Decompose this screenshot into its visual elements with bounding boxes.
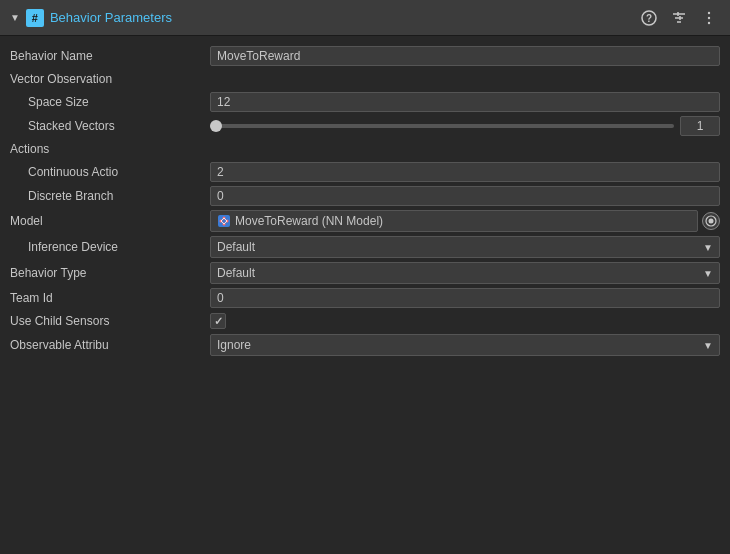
- behavior-name-row: Behavior Name: [0, 44, 730, 68]
- discrete-branches-input[interactable]: [210, 186, 720, 206]
- use-child-sensors-checkbox[interactable]: ✓: [210, 313, 226, 329]
- vector-observation-row: Vector Observation: [0, 68, 730, 90]
- panel-header: ▼ # Behavior Parameters ?: [0, 0, 730, 36]
- menu-icon[interactable]: [698, 7, 720, 29]
- observable-attribute-row: Observable Attribu Ignore ▼: [0, 332, 730, 358]
- use-child-sensors-checkmark: ✓: [214, 315, 223, 328]
- observable-attribute-dropdown[interactable]: Ignore ▼: [210, 334, 720, 356]
- use-child-sensors-checkbox-container: ✓: [210, 313, 226, 329]
- behavior-type-arrow-icon: ▼: [703, 268, 713, 279]
- stacked-vectors-row: Stacked Vectors: [0, 114, 730, 138]
- space-size-input[interactable]: [210, 92, 720, 112]
- svg-point-20: [709, 219, 714, 224]
- actions-label: Actions: [10, 142, 49, 156]
- stacked-vectors-slider[interactable]: [210, 124, 674, 128]
- team-id-label: Team Id: [10, 291, 53, 305]
- behavior-type-dropdown[interactable]: Default ▼: [210, 262, 720, 284]
- header-icons: ?: [638, 7, 720, 29]
- panel-content: Behavior Name Vector Observation Space S…: [0, 36, 730, 554]
- inference-device-label: Inference Device: [10, 240, 118, 254]
- continuous-actions-input[interactable]: [210, 162, 720, 182]
- help-icon[interactable]: ?: [638, 7, 660, 29]
- stacked-vectors-slider-container: [210, 116, 720, 136]
- observable-attribute-arrow-icon: ▼: [703, 340, 713, 351]
- inference-device-arrow-icon: ▼: [703, 242, 713, 253]
- inference-device-row: Inference Device Default ▼: [0, 234, 730, 260]
- stacked-vectors-value-input[interactable]: [680, 116, 720, 136]
- behavior-type-row: Behavior Type Default ▼: [0, 260, 730, 286]
- behavior-parameters-panel: ▼ # Behavior Parameters ?: [0, 0, 730, 554]
- model-select-button[interactable]: [702, 212, 720, 230]
- panel-title: Behavior Parameters: [50, 10, 632, 25]
- svg-text:?: ?: [646, 13, 652, 24]
- model-row: Model: [0, 208, 730, 234]
- behavior-name-label: Behavior Name: [10, 49, 93, 63]
- observable-attribute-value: Ignore: [217, 338, 251, 352]
- behavior-name-input[interactable]: [210, 46, 720, 66]
- actions-row: Actions: [0, 138, 730, 160]
- svg-point-8: [708, 16, 710, 18]
- collapse-icon[interactable]: ▼: [10, 12, 20, 23]
- svg-point-9: [708, 21, 710, 23]
- discrete-branches-label: Discrete Branch: [10, 189, 113, 203]
- stacked-vectors-label: Stacked Vectors: [10, 119, 115, 133]
- team-id-input[interactable]: [210, 288, 720, 308]
- continuous-actions-row: Continuous Actio: [0, 160, 730, 184]
- space-size-label: Space Size: [10, 95, 89, 109]
- inference-device-value: Default: [217, 240, 255, 254]
- team-id-row: Team Id: [0, 286, 730, 310]
- behavior-type-label: Behavior Type: [10, 266, 87, 280]
- model-value-text: MoveToReward (NN Model): [235, 214, 691, 228]
- space-size-row: Space Size: [0, 90, 730, 114]
- use-child-sensors-row: Use Child Sensors ✓: [0, 310, 730, 332]
- inference-device-dropdown[interactable]: Default ▼: [210, 236, 720, 258]
- vector-observation-label: Vector Observation: [10, 72, 112, 86]
- observable-attribute-label: Observable Attribu: [10, 338, 109, 352]
- model-label: Model: [10, 214, 43, 228]
- behavior-type-value: Default: [217, 266, 255, 280]
- filter-icon[interactable]: [668, 7, 690, 29]
- hash-icon: #: [26, 9, 44, 27]
- model-nn-icon: [217, 214, 231, 228]
- svg-point-7: [708, 11, 710, 13]
- model-field[interactable]: MoveToReward (NN Model): [210, 210, 698, 232]
- discrete-branches-row: Discrete Branch: [0, 184, 730, 208]
- use-child-sensors-label: Use Child Sensors: [10, 314, 109, 328]
- model-wrapper: MoveToReward (NN Model): [210, 210, 720, 232]
- continuous-actions-label: Continuous Actio: [10, 165, 118, 179]
